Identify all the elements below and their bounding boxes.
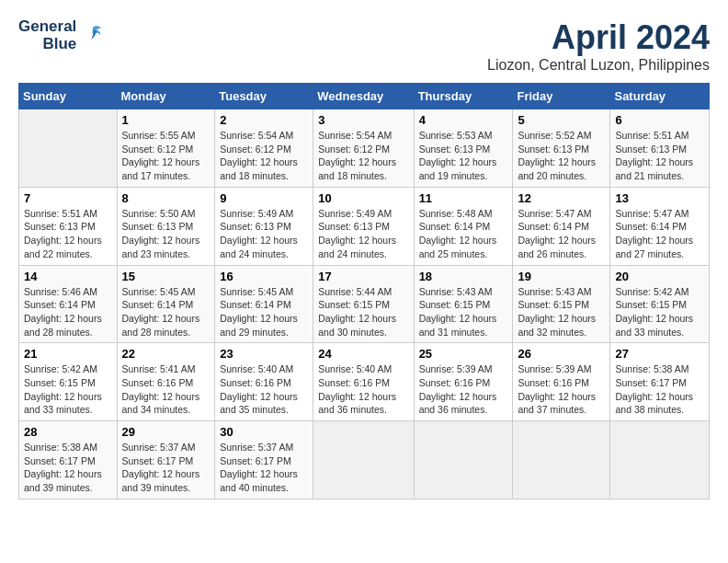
day-number: 25 bbox=[419, 347, 508, 361]
col-header-sunday: Sunday bbox=[19, 84, 118, 109]
day-number: 20 bbox=[615, 270, 704, 283]
col-header-saturday: Saturday bbox=[610, 84, 710, 109]
calendar-cell: 14Sunrise: 5:46 AM Sunset: 6:14 PM Dayli… bbox=[19, 265, 118, 343]
calendar-cell: 11Sunrise: 5:48 AM Sunset: 6:14 PM Dayli… bbox=[414, 187, 513, 265]
day-number: 24 bbox=[318, 347, 408, 361]
calendar-cell: 12Sunrise: 5:47 AM Sunset: 6:14 PM Dayli… bbox=[513, 187, 610, 265]
day-info: Sunrise: 5:40 AM Sunset: 6:16 PM Dayligh… bbox=[220, 362, 308, 417]
day-info: Sunrise: 5:53 AM Sunset: 6:13 PM Dayligh… bbox=[419, 129, 508, 183]
calendar-subtitle: Liozon, Central Luzon, Philippines bbox=[487, 57, 710, 74]
calendar-title: April 2024 bbox=[487, 18, 710, 57]
calendar-cell: 7Sunrise: 5:51 AM Sunset: 6:13 PM Daylig… bbox=[19, 187, 118, 265]
day-info: Sunrise: 5:37 AM Sunset: 6:17 PM Dayligh… bbox=[220, 441, 308, 495]
day-info: Sunrise: 5:40 AM Sunset: 6:16 PM Dayligh… bbox=[318, 362, 408, 417]
day-number: 16 bbox=[220, 270, 308, 283]
calendar-cell: 27Sunrise: 5:38 AM Sunset: 6:17 PM Dayli… bbox=[610, 343, 710, 421]
calendar-cell: 4Sunrise: 5:53 AM Sunset: 6:13 PM Daylig… bbox=[414, 109, 513, 188]
day-number: 14 bbox=[24, 270, 112, 283]
day-number: 3 bbox=[318, 113, 408, 127]
calendar-cell bbox=[414, 421, 513, 500]
col-header-wednesday: Wednesday bbox=[313, 84, 414, 109]
day-number: 18 bbox=[419, 270, 508, 283]
calendar-cell: 21Sunrise: 5:42 AM Sunset: 6:15 PM Dayli… bbox=[19, 343, 118, 421]
day-number: 10 bbox=[318, 191, 408, 205]
col-header-monday: Monday bbox=[117, 84, 215, 109]
calendar-cell bbox=[313, 421, 414, 500]
day-info: Sunrise: 5:39 AM Sunset: 6:16 PM Dayligh… bbox=[518, 362, 605, 417]
calendar-cell bbox=[513, 421, 610, 500]
day-info: Sunrise: 5:55 AM Sunset: 6:12 PM Dayligh… bbox=[122, 129, 210, 183]
col-header-thursday: Thursday bbox=[414, 84, 513, 109]
calendar-cell: 26Sunrise: 5:39 AM Sunset: 6:16 PM Dayli… bbox=[513, 343, 610, 421]
day-number: 22 bbox=[122, 347, 210, 361]
calendar-cell: 6Sunrise: 5:51 AM Sunset: 6:13 PM Daylig… bbox=[610, 109, 710, 188]
calendar-cell: 22Sunrise: 5:41 AM Sunset: 6:16 PM Dayli… bbox=[117, 343, 215, 421]
calendar-cell bbox=[610, 421, 710, 500]
calendar-cell: 10Sunrise: 5:49 AM Sunset: 6:13 PM Dayli… bbox=[313, 187, 414, 265]
day-number: 15 bbox=[122, 270, 210, 283]
day-number: 6 bbox=[615, 113, 704, 127]
day-info: Sunrise: 5:38 AM Sunset: 6:17 PM Dayligh… bbox=[615, 362, 704, 417]
title-section: April 2024 Liozon, Central Luzon, Philip… bbox=[487, 18, 710, 74]
day-number: 13 bbox=[615, 191, 704, 205]
calendar-cell: 2Sunrise: 5:54 AM Sunset: 6:12 PM Daylig… bbox=[215, 109, 313, 188]
day-info: Sunrise: 5:49 AM Sunset: 6:13 PM Dayligh… bbox=[220, 207, 308, 261]
day-info: Sunrise: 5:44 AM Sunset: 6:15 PM Dayligh… bbox=[318, 285, 408, 339]
day-number: 4 bbox=[419, 113, 508, 127]
calendar-cell: 5Sunrise: 5:52 AM Sunset: 6:13 PM Daylig… bbox=[513, 109, 610, 188]
day-info: Sunrise: 5:45 AM Sunset: 6:14 PM Dayligh… bbox=[122, 285, 210, 339]
day-info: Sunrise: 5:51 AM Sunset: 6:13 PM Dayligh… bbox=[24, 207, 112, 261]
calendar-cell: 13Sunrise: 5:47 AM Sunset: 6:14 PM Dayli… bbox=[610, 187, 710, 265]
day-info: Sunrise: 5:48 AM Sunset: 6:14 PM Dayligh… bbox=[419, 207, 508, 261]
day-number: 7 bbox=[24, 191, 112, 205]
day-info: Sunrise: 5:54 AM Sunset: 6:12 PM Dayligh… bbox=[318, 129, 408, 183]
day-info: Sunrise: 5:47 AM Sunset: 6:14 PM Dayligh… bbox=[615, 207, 704, 261]
calendar-cell: 8Sunrise: 5:50 AM Sunset: 6:13 PM Daylig… bbox=[117, 187, 215, 265]
day-number: 19 bbox=[518, 270, 605, 283]
calendar-cell: 28Sunrise: 5:38 AM Sunset: 6:17 PM Dayli… bbox=[19, 421, 118, 500]
day-info: Sunrise: 5:41 AM Sunset: 6:16 PM Dayligh… bbox=[122, 362, 210, 417]
calendar-cell: 15Sunrise: 5:45 AM Sunset: 6:14 PM Dayli… bbox=[117, 265, 215, 343]
day-info: Sunrise: 5:49 AM Sunset: 6:13 PM Dayligh… bbox=[318, 207, 408, 261]
logo-blue: Blue bbox=[42, 36, 76, 53]
calendar-cell: 29Sunrise: 5:37 AM Sunset: 6:17 PM Dayli… bbox=[117, 421, 215, 500]
day-info: Sunrise: 5:39 AM Sunset: 6:16 PM Dayligh… bbox=[419, 362, 508, 417]
calendar-cell: 19Sunrise: 5:43 AM Sunset: 6:15 PM Dayli… bbox=[513, 265, 610, 343]
day-info: Sunrise: 5:38 AM Sunset: 6:17 PM Dayligh… bbox=[24, 441, 112, 495]
day-number: 26 bbox=[518, 347, 605, 361]
day-number: 23 bbox=[220, 347, 308, 361]
day-number: 9 bbox=[220, 191, 308, 205]
logo: General Blue bbox=[18, 18, 106, 52]
calendar-table: SundayMondayTuesdayWednesdayThursdayFrid… bbox=[18, 83, 710, 500]
day-info: Sunrise: 5:42 AM Sunset: 6:15 PM Dayligh… bbox=[615, 285, 704, 339]
calendar-cell: 1Sunrise: 5:55 AM Sunset: 6:12 PM Daylig… bbox=[117, 109, 215, 188]
day-number: 12 bbox=[518, 191, 605, 205]
calendar-cell: 23Sunrise: 5:40 AM Sunset: 6:16 PM Dayli… bbox=[215, 343, 313, 421]
day-number: 28 bbox=[24, 425, 112, 439]
day-info: Sunrise: 5:37 AM Sunset: 6:17 PM Dayligh… bbox=[122, 441, 210, 495]
day-info: Sunrise: 5:45 AM Sunset: 6:14 PM Dayligh… bbox=[220, 285, 308, 339]
calendar-cell: 9Sunrise: 5:49 AM Sunset: 6:13 PM Daylig… bbox=[215, 187, 313, 265]
day-info: Sunrise: 5:52 AM Sunset: 6:13 PM Dayligh… bbox=[518, 129, 605, 183]
col-header-friday: Friday bbox=[513, 84, 610, 109]
day-info: Sunrise: 5:54 AM Sunset: 6:12 PM Dayligh… bbox=[220, 129, 308, 183]
day-number: 30 bbox=[220, 425, 308, 439]
calendar-cell: 17Sunrise: 5:44 AM Sunset: 6:15 PM Dayli… bbox=[313, 265, 414, 343]
calendar-cell: 30Sunrise: 5:37 AM Sunset: 6:17 PM Dayli… bbox=[215, 421, 313, 500]
day-info: Sunrise: 5:43 AM Sunset: 6:15 PM Dayligh… bbox=[518, 285, 605, 339]
calendar-cell: 16Sunrise: 5:45 AM Sunset: 6:14 PM Dayli… bbox=[215, 265, 313, 343]
day-info: Sunrise: 5:51 AM Sunset: 6:13 PM Dayligh… bbox=[615, 129, 704, 183]
day-info: Sunrise: 5:42 AM Sunset: 6:15 PM Dayligh… bbox=[24, 362, 112, 417]
calendar-cell: 25Sunrise: 5:39 AM Sunset: 6:16 PM Dayli… bbox=[414, 343, 513, 421]
day-info: Sunrise: 5:43 AM Sunset: 6:15 PM Dayligh… bbox=[419, 285, 508, 339]
day-number: 1 bbox=[122, 113, 210, 127]
day-info: Sunrise: 5:47 AM Sunset: 6:14 PM Dayligh… bbox=[518, 207, 605, 261]
day-number: 17 bbox=[318, 270, 408, 283]
col-header-tuesday: Tuesday bbox=[215, 84, 313, 109]
day-number: 8 bbox=[122, 191, 210, 205]
day-number: 27 bbox=[615, 347, 704, 361]
calendar-cell: 24Sunrise: 5:40 AM Sunset: 6:16 PM Dayli… bbox=[313, 343, 414, 421]
day-info: Sunrise: 5:46 AM Sunset: 6:14 PM Dayligh… bbox=[24, 285, 112, 339]
day-number: 11 bbox=[419, 191, 508, 205]
calendar-cell: 18Sunrise: 5:43 AM Sunset: 6:15 PM Dayli… bbox=[414, 265, 513, 343]
